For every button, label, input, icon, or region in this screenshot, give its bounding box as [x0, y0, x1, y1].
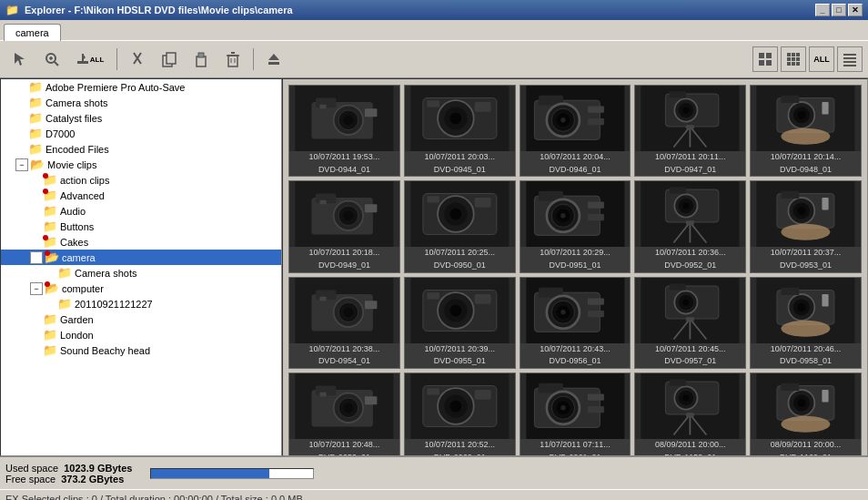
svg-rect-67: [670, 91, 686, 97]
tree-item-camera[interactable]: −📂camera: [1, 250, 281, 265]
import-all-button[interactable]: ALL: [69, 46, 111, 73]
svg-rect-52: [427, 100, 439, 107]
tab-camera[interactable]: camera: [4, 24, 61, 41]
thumbnail-item[interactable]: 10/07/2011 19:53... DVD-0944_01: [288, 85, 400, 177]
thumbnail-item[interactable]: 10/07/2011 20:29... DVD-0951_01: [520, 180, 631, 272]
tree-item-audio[interactable]: 📁Audio: [1, 203, 281, 219]
close-button[interactable]: ✕: [848, 4, 863, 16]
folder-icon-camera-shots-1: 📁: [28, 96, 43, 109]
svg-point-205: [782, 416, 831, 433]
thumbnail-item[interactable]: 11/07/2011 07:11... DVD-0961_01: [520, 372, 631, 456]
delete-button[interactable]: [218, 46, 247, 73]
thumbnail-image: [520, 278, 631, 343]
thumbnail-item[interactable]: 10/07/2011 20:25... DVD-0950_01: [404, 180, 516, 272]
svg-rect-151: [670, 283, 686, 290]
svg-rect-78: [823, 102, 829, 115]
thumbnail-item[interactable]: 08/09/2011 20:00... DVD-1159_01: [634, 372, 746, 456]
view-medium-button[interactable]: [781, 46, 806, 72]
tree-item-date-folder[interactable]: 📁20110921121227: [1, 296, 281, 311]
svg-point-66: [683, 107, 690, 113]
thumbnail-image: [635, 86, 745, 151]
tree-item-adobe[interactable]: 📁Adobe Premiere Pro Auto-Save: [1, 79, 281, 95]
cut-button[interactable]: [123, 46, 152, 73]
thumbnail-date: 10/07/2011 20:18...: [289, 247, 399, 260]
tree-item-london[interactable]: 📁London: [1, 327, 281, 342]
thumbnail-item[interactable]: 10/07/2011 20:39... DVD-0955_01: [404, 277, 516, 369]
svg-point-118: [798, 207, 806, 215]
thumbnail-item[interactable]: 10/07/2011 20:37... DVD-0953_01: [750, 180, 862, 272]
view-list-button[interactable]: [837, 46, 863, 72]
thumbnail-item[interactable]: 10/07/2011 20:18... DVD-0949_01: [288, 180, 400, 272]
status-text: EX Selected clips : 0 / Total duration :…: [5, 494, 303, 501]
expand-camera[interactable]: −: [30, 251, 43, 264]
eject-button[interactable]: [259, 46, 288, 73]
tree-item-sound[interactable]: 📁Sound Beachy head: [1, 342, 281, 358]
thumbnail-image: [520, 181, 631, 247]
thumbnail-item[interactable]: 10/07/2011 20:04... DVD-0946_01: [520, 85, 631, 177]
svg-rect-187: [587, 406, 603, 413]
content-panel[interactable]: 10/07/2011 19:53... DVD-0944_01 10/07/20…: [282, 78, 868, 456]
toolbar: ALL ALL: [0, 40, 868, 78]
window-controls: _ □ ✕: [815, 4, 863, 16]
svg-rect-21: [759, 53, 764, 58]
svg-rect-178: [427, 388, 439, 394]
view-controls: ALL: [752, 46, 863, 72]
tree-item-computer[interactable]: −📂computer: [1, 281, 281, 296]
svg-rect-23: [759, 60, 764, 66]
view-all-button[interactable]: ALL: [809, 46, 834, 72]
thumbnail-item[interactable]: 10/07/2011 20:46... DVD-0958_01: [750, 277, 862, 369]
tree-item-garden[interactable]: 📁Garden: [1, 311, 281, 327]
tree-item-catalyst[interactable]: 📁Catalyst files: [1, 110, 281, 126]
thumbnail-item[interactable]: 10/07/2011 20:38... DVD-0954_01: [288, 277, 400, 369]
thumbnail-date: 10/07/2011 20:11...: [635, 151, 745, 164]
thumbnail-item[interactable]: 10/07/2011 20:48... DVD-0959_01: [288, 372, 400, 456]
thumbnail-image: [289, 373, 399, 439]
svg-point-85: [343, 211, 353, 221]
tree-item-action-clips[interactable]: 📁action clips: [1, 172, 281, 188]
expand-computer[interactable]: −: [30, 282, 43, 295]
select-tool-button[interactable]: [5, 46, 35, 73]
tree-item-movie-clips[interactable]: −📂Movie clips: [1, 157, 281, 172]
thumbnail-item[interactable]: 10/07/2011 20:45... DVD-0957_01: [634, 277, 746, 369]
bottom-bar: Used space 1023.9 GBytes Free space 373.…: [0, 456, 868, 489]
view-large-button[interactable]: [752, 46, 778, 72]
thumbnail-item[interactable]: 10/07/2011 20:43... DVD-0956_01: [520, 277, 631, 369]
tree-item-camera-shots-2[interactable]: 📁Camera shots: [1, 265, 281, 281]
thumbnail-image: [289, 86, 399, 151]
expand-movie-clips[interactable]: −: [15, 158, 28, 171]
tree-item-camera-shots-1[interactable]: 📁Camera shots: [1, 95, 281, 110]
tree-item-advanced[interactable]: 📁Advanced: [1, 188, 281, 203]
tree-item-d7000[interactable]: 📁D7000: [1, 126, 281, 141]
thumbnail-date: 10/07/2011 20:25...: [405, 247, 515, 260]
folder-icon-advanced: 📁: [43, 189, 57, 202]
thumbnail-date: 10/07/2011 20:43...: [520, 343, 631, 356]
free-space-value: 373.2 GBytes: [61, 474, 124, 485]
svg-point-108: [683, 203, 690, 209]
tree-item-cakes[interactable]: 📁Cakes: [1, 234, 281, 250]
thumbnail-name: DVD-0957_01: [635, 355, 745, 368]
thumbnail-item[interactable]: 10/07/2011 20:11... DVD-0947_01: [634, 85, 746, 177]
tree-item-encoded[interactable]: 📁Encoded Files: [1, 141, 281, 157]
paste-button[interactable]: [187, 46, 216, 73]
svg-rect-31: [787, 62, 791, 66]
zoom-tool-button[interactable]: [37, 46, 66, 73]
thumbnail-item[interactable]: 10/07/2011 20:03... DVD-0945_01: [404, 85, 516, 177]
thumbnail-item[interactable]: 10/07/2011 20:14... DVD-0948_01: [750, 85, 862, 177]
folder-icon-action-clips: 📁: [43, 173, 57, 187]
thumbnail-date: 10/07/2011 20:36...: [635, 247, 745, 260]
thumbnail-date: 10/07/2011 20:03...: [405, 151, 515, 164]
tree-item-buttons[interactable]: 📁Buttons: [1, 219, 281, 234]
svg-rect-5: [77, 61, 88, 64]
maximize-button[interactable]: □: [832, 4, 846, 16]
thumbnail-item[interactable]: 10/07/2011 20:36... DVD-0952_01: [634, 180, 746, 272]
copy-button[interactable]: [155, 46, 184, 73]
separator-2: [253, 48, 254, 70]
thumbnail-item[interactable]: 08/09/2011 20:00... DVD-1160_01: [750, 372, 862, 456]
svg-rect-94: [427, 197, 439, 203]
thumbnail-item[interactable]: 10/07/2011 20:52... DVD-0960_01: [404, 372, 516, 456]
minimize-button[interactable]: _: [815, 4, 830, 16]
svg-rect-77: [782, 96, 800, 103]
thumbnail-name: DVD-0951_01: [520, 260, 631, 272]
svg-rect-28: [787, 57, 791, 61]
thumbnail-image: [635, 181, 745, 247]
